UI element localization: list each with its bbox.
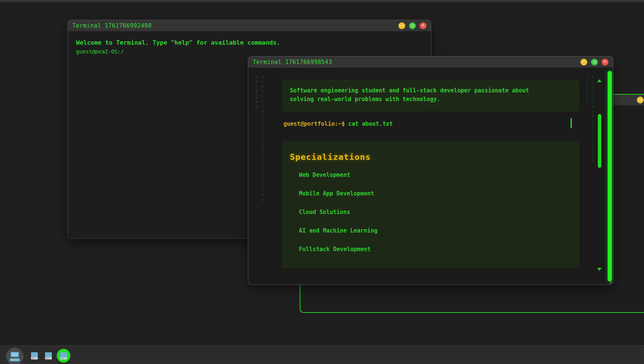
terminal-icon — [31, 352, 38, 359]
shell-prompt: guest@portfolio:~$ — [283, 120, 345, 127]
scroll-down-icon[interactable] — [597, 268, 602, 271]
terminal2-body[interactable]: GH*IQWO NCM5BCHBUZ3I42N3E78KQVT98A &XO8P… — [248, 68, 613, 285]
desktop: { "os": { "accent_green": "#21ef21", "ac… — [0, 0, 644, 364]
terminal1-title: Terminal 1761766992498 — [72, 22, 152, 29]
terminal1-window-controls: − ✕ — [398, 22, 426, 29]
specialization-item: AI and Machine Learning — [299, 227, 572, 234]
taskbar-item-terminal1[interactable] — [30, 352, 39, 360]
about-text-panel: Software engineering student and full-st… — [282, 80, 579, 111]
matrix-rain-column: RGPJ3SPWKA9XJZJRWF — [591, 75, 595, 163]
about-line-2: solving real-world problems with technol… — [290, 95, 572, 104]
window-edge-glow-bar — [608, 71, 612, 281]
matrix-rain-column: GH*IQWO — [254, 75, 259, 109]
terminal2-titlebar[interactable]: Terminal 1761766998543 − ✕ — [248, 56, 613, 68]
taskbar — [0, 344, 644, 364]
scroll-up-icon[interactable] — [597, 79, 602, 82]
terminal2-window-controls: − ✕ — [580, 59, 608, 66]
taskbar-item-terminal2-active[interactable] — [57, 349, 70, 362]
terminal1-welcome-text: Welcome to Terminal. Type "help" for ava… — [76, 39, 423, 46]
specialization-item: Mobile App Development — [299, 190, 572, 197]
specialization-item: Cloud Solutions — [299, 209, 572, 216]
scrollbar-thumb[interactable] — [598, 114, 601, 168]
specializations-heading: Specializations — [290, 152, 572, 162]
terminal-icon — [45, 352, 52, 359]
terminal1-titlebar[interactable]: Terminal 1761766992498 − ✕ — [68, 20, 431, 31]
about-line-1: Software engineering student and full-st… — [290, 86, 572, 95]
terminal-window-2[interactable]: Terminal 1761766998543 − ✕ GH*IQWO NCM5B… — [248, 56, 613, 285]
terminal-icon — [60, 352, 67, 359]
maximize-icon[interactable] — [591, 59, 598, 66]
terminal1-prompt: guest@peaZ-OS:/ — [76, 48, 423, 55]
maximize-icon[interactable] — [409, 22, 416, 29]
taskbar-item-terminal3[interactable] — [44, 352, 53, 360]
typed-command: cat about.txt — [345, 120, 393, 127]
text-cursor — [571, 118, 572, 128]
taskbar-launcher-button[interactable] — [6, 348, 23, 364]
close-icon[interactable]: ✕ — [420, 22, 426, 29]
minimize-icon[interactable]: − — [398, 22, 405, 29]
matrix-rain-column: &XO8PL — [585, 75, 590, 104]
command-line[interactable]: guest@portfolio:~$ cat about.txt — [283, 120, 393, 127]
specialization-item: Web Development — [299, 172, 572, 178]
specializations-panel: Specializations Web Development Mobile A… — [282, 141, 579, 268]
screen-top-strip — [0, 0, 644, 2]
specialization-item: Fullstack Development — [299, 246, 572, 253]
matrix-rain-column: NCM5BCHBUZ3I42N3E78KQVT98A — [260, 75, 265, 203]
computer-icon — [9, 352, 20, 361]
terminal2-title: Terminal 1761766998543 — [253, 59, 332, 66]
minimize-icon[interactable]: − — [637, 97, 644, 103]
close-icon[interactable]: ✕ — [602, 59, 608, 66]
minimize-icon[interactable]: − — [580, 59, 587, 66]
